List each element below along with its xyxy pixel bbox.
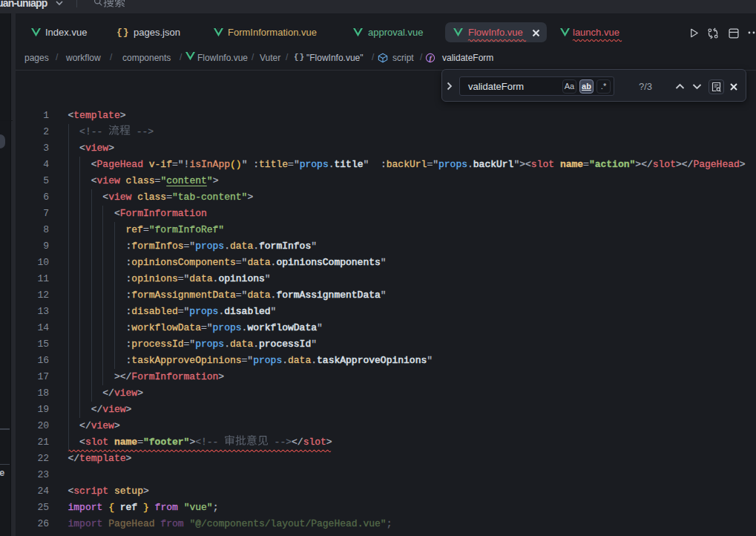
svg-text:f: f — [429, 54, 433, 62]
